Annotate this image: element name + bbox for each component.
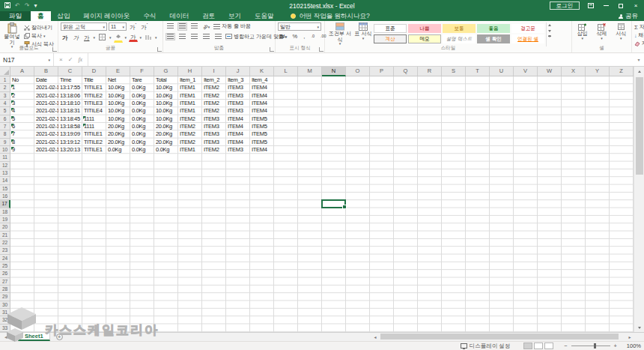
- row-header-4[interactable]: 4: [0, 100, 10, 107]
- cell-style-계산[interactable]: 계산: [374, 34, 407, 43]
- column-header-W[interactable]: W: [538, 67, 562, 76]
- cell-J7[interactable]: ITEM4: [226, 123, 250, 130]
- cell-I2[interactable]: ITEM2: [202, 84, 226, 91]
- cell-F8[interactable]: 0.0Kg: [130, 130, 154, 138]
- cell-H2[interactable]: ITEM1: [178, 84, 202, 91]
- fill-color-button[interactable]: [114, 33, 123, 43]
- cell-K8[interactable]: ITEM5: [250, 130, 274, 138]
- cell-K4[interactable]: ITEM4: [250, 100, 274, 107]
- orientation-button[interactable]: ab▾: [201, 23, 211, 31]
- restore-button[interactable]: [617, 2, 625, 10]
- cell-K10[interactable]: ITEM4: [250, 146, 274, 154]
- column-header-G[interactable]: G: [154, 67, 178, 76]
- row-header-7[interactable]: 7: [0, 123, 10, 130]
- column-header-T[interactable]: T: [466, 67, 490, 76]
- login-button[interactable]: 로그인: [550, 1, 580, 10]
- cell-D9[interactable]: TITILE2: [82, 139, 106, 146]
- format-as-table-button[interactable]: 표 서식▾: [353, 22, 374, 46]
- column-header-Y[interactable]: Y: [586, 67, 610, 76]
- borders-button[interactable]: [97, 33, 107, 43]
- formula-input[interactable]: [88, 53, 634, 66]
- row-header-3[interactable]: 3: [0, 92, 10, 100]
- row-header-23[interactable]: 23: [0, 247, 10, 254]
- font-size-select[interactable]: 11▾: [109, 22, 127, 31]
- phonetic-guide-button[interactable]: [144, 34, 153, 43]
- cell-G1[interactable]: Total: [154, 76, 178, 84]
- conditional-formatting-button[interactable]: 조건부 서식▾: [327, 22, 353, 46]
- cell-C7[interactable]: 13:18:58: [58, 123, 82, 130]
- cell-B1[interactable]: Date: [34, 76, 58, 84]
- page-layout-view-button[interactable]: [534, 343, 543, 349]
- cell-style-연결된 셀[interactable]: 연결된 셀: [511, 34, 544, 43]
- italic-button[interactable]: 가: [72, 34, 81, 42]
- cell-J6[interactable]: ITEM4: [226, 115, 250, 123]
- row-header-5[interactable]: 5: [0, 107, 10, 115]
- row-header-27[interactable]: 27: [0, 278, 10, 286]
- align-right-button[interactable]: [189, 33, 199, 41]
- align-left-button[interactable]: [165, 33, 175, 41]
- cell-F2[interactable]: 0.0Kg: [130, 84, 154, 91]
- cell-K3[interactable]: ITEM4: [250, 92, 274, 100]
- cell-style-셀 확인[interactable]: 셀 확인: [477, 34, 510, 43]
- cell-B7[interactable]: 2021-02-1: [34, 123, 58, 130]
- column-header-N[interactable]: N: [322, 67, 346, 76]
- cell-B4[interactable]: 2021-02-1: [34, 100, 58, 107]
- cell-H1[interactable]: Item_1: [178, 76, 202, 84]
- underline-dropdown-icon[interactable]: ▾: [94, 35, 96, 40]
- cell-E4[interactable]: 10.0Kg: [106, 100, 130, 107]
- cell-B9[interactable]: 2021-02-1: [34, 139, 58, 146]
- column-header-P[interactable]: P: [370, 67, 394, 76]
- row-header-18[interactable]: 18: [0, 208, 10, 216]
- cell-D2[interactable]: TITILE1: [82, 84, 106, 91]
- currency-format-button[interactable]: ₩▾: [278, 33, 288, 40]
- select-all-corner[interactable]: [0, 67, 10, 76]
- insert-function-icon[interactable]: fx: [78, 56, 82, 63]
- alignment-dialog-launcher-icon[interactable]: [270, 47, 274, 52]
- cell-C4[interactable]: 13:18:10: [58, 100, 82, 107]
- cell-I1[interactable]: Item_2: [202, 76, 226, 84]
- cell-F6[interactable]: 0.0Kg: [130, 115, 154, 123]
- cell-I7[interactable]: ITEM3: [202, 123, 226, 130]
- tab-검토[interactable]: 검토: [195, 11, 222, 21]
- tab-데이터[interactable]: 데이터: [162, 11, 195, 21]
- cell-B8[interactable]: 2021-02-1: [34, 130, 58, 138]
- gallery-expand-icon[interactable]: [548, 36, 551, 45]
- cell-H6[interactable]: ITEM2: [178, 115, 202, 123]
- cell-J4[interactable]: ITEM3: [226, 100, 250, 107]
- cell-style-좋음[interactable]: 좋음: [477, 24, 510, 33]
- cell-H3[interactable]: ITEM1: [178, 92, 202, 100]
- percent-format-button[interactable]: %: [291, 33, 300, 40]
- cell-I3[interactable]: ITEM2: [202, 92, 226, 100]
- row-header-28[interactable]: 28: [0, 286, 10, 293]
- row-header-8[interactable]: 8: [0, 130, 10, 138]
- row-header-21[interactable]: 21: [0, 232, 10, 239]
- page-break-view-button[interactable]: [544, 343, 553, 349]
- cell-D10[interactable]: TITILE1: [82, 146, 106, 154]
- row-header-25[interactable]: 25: [0, 262, 10, 270]
- horizontal-scroll-thumb[interactable]: [380, 334, 619, 340]
- row-header-1[interactable]: 1: [0, 76, 10, 84]
- row-header-2[interactable]: 2: [0, 84, 10, 91]
- decrease-indent-button[interactable]: [201, 33, 211, 41]
- cell-I6[interactable]: ITEM3: [202, 115, 226, 123]
- grow-font-button[interactable]: 가ˆ: [128, 22, 138, 31]
- tab-보기[interactable]: 보기: [222, 11, 248, 21]
- cell-G9[interactable]: 20.0Kg: [154, 139, 178, 146]
- column-header-B[interactable]: B: [34, 67, 58, 76]
- cell-F1[interactable]: Tare: [130, 76, 154, 84]
- scroll-left-icon[interactable]: ◂: [371, 333, 379, 340]
- cell-K7[interactable]: ITEM5: [250, 123, 274, 130]
- fill-color-dropdown-icon[interactable]: ▾: [125, 35, 127, 40]
- cell-F9[interactable]: 0.0Kg: [130, 139, 154, 146]
- cell-D3[interactable]: TITILE2: [82, 92, 106, 100]
- cancel-icon[interactable]: ×: [59, 56, 63, 63]
- cell-C8[interactable]: 13:19:09: [58, 130, 82, 138]
- cell-B3[interactable]: 2021-02-1: [34, 92, 58, 100]
- sheet-prev-icon[interactable]: ◂: [4, 334, 7, 340]
- row-header-9[interactable]: 9: [0, 139, 10, 146]
- column-header-I[interactable]: I: [202, 67, 226, 76]
- cell-D4[interactable]: TITILE3: [82, 100, 106, 107]
- cell-J1[interactable]: Item_3: [226, 76, 250, 84]
- align-top-button[interactable]: [165, 22, 175, 31]
- column-header-J[interactable]: J: [226, 67, 250, 76]
